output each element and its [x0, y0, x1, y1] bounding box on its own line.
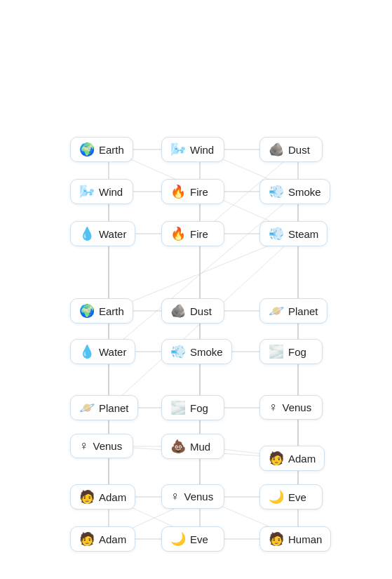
- node-wind-n2[interactable]: 🌬️Wind: [161, 137, 224, 162]
- node-planet-n16[interactable]: 🪐Planet: [70, 395, 138, 420]
- node-venus-n18[interactable]: ♀Venus: [259, 395, 323, 420]
- node-emoji: 💩: [170, 439, 186, 454]
- node-emoji: 💨: [269, 184, 284, 199]
- node-emoji: 🪐: [79, 400, 95, 415]
- node-label: Venus: [184, 491, 214, 503]
- node-label: Fog: [288, 346, 306, 358]
- node-fire-n8[interactable]: 🔥Fire: [161, 221, 224, 246]
- node-mud-n20[interactable]: 💩Mud: [161, 434, 224, 459]
- node-water-n7[interactable]: 💧Water: [70, 221, 135, 246]
- node-label: Eve: [288, 491, 306, 503]
- nodes-container: 🌍Earth🌬️Wind🪨Dust🌬️Wind🔥Fire💨Smoke💧Water…: [0, 0, 392, 579]
- node-venus-n23[interactable]: ♀Venus: [161, 484, 224, 509]
- node-label: Dust: [288, 144, 310, 156]
- node-label: Venus: [283, 401, 312, 413]
- node-label: Fire: [190, 228, 208, 240]
- node-label: Venus: [93, 440, 123, 452]
- node-label: Smoke: [288, 186, 321, 198]
- node-label: Planet: [288, 305, 318, 317]
- node-label: Earth: [99, 144, 124, 156]
- node-adam-n21[interactable]: 🧑Adam: [259, 446, 325, 471]
- node-emoji: 🔥: [170, 226, 186, 241]
- node-emoji: 🧑: [269, 531, 284, 547]
- node-eve-n24[interactable]: 🌙Eve: [259, 484, 323, 510]
- node-emoji: ♀: [79, 439, 89, 453]
- node-earth-n1[interactable]: 🌍Earth: [70, 137, 133, 162]
- node-emoji: 🪨: [269, 142, 284, 157]
- node-emoji: 🌙: [170, 531, 186, 547]
- node-emoji: 🌍: [79, 142, 95, 157]
- node-dust-n11[interactable]: 🪨Dust: [161, 298, 224, 324]
- node-label: Adam: [99, 533, 126, 545]
- node-emoji: 🧑: [269, 451, 284, 466]
- node-label: Fire: [190, 186, 208, 198]
- node-steam-n9[interactable]: 💨Steam: [259, 221, 327, 246]
- node-adam-n25[interactable]: 🧑Adam: [70, 526, 135, 552]
- node-label: Wind: [99, 186, 123, 198]
- node-label: Dust: [190, 305, 212, 317]
- node-emoji: 💧: [79, 344, 95, 359]
- node-emoji: 🌍: [79, 303, 95, 319]
- node-emoji: 🪐: [269, 303, 284, 319]
- node-smoke-n14[interactable]: 💨Smoke: [161, 339, 232, 364]
- node-emoji: 🌬️: [170, 142, 186, 157]
- node-emoji: 🔥: [170, 184, 186, 199]
- node-emoji: 🧑: [79, 489, 95, 505]
- node-emoji: 🪨: [170, 303, 186, 319]
- node-fog-n15[interactable]: 🌫️Fog: [259, 339, 323, 364]
- node-emoji: 🌬️: [79, 184, 95, 199]
- node-human-n27[interactable]: 🧑Human: [259, 526, 331, 552]
- node-emoji: 💧: [79, 226, 95, 241]
- node-label: Earth: [99, 305, 124, 317]
- node-water-n13[interactable]: 💧Water: [70, 339, 135, 364]
- node-earth-n10[interactable]: 🌍Earth: [70, 298, 133, 324]
- node-label: Steam: [288, 228, 318, 240]
- node-emoji: 🌙: [269, 489, 284, 505]
- node-emoji: 💨: [170, 344, 186, 359]
- node-planet-n12[interactable]: 🪐Planet: [259, 298, 327, 324]
- node-label: Eve: [190, 533, 208, 545]
- node-emoji: ♀: [170, 489, 180, 504]
- node-label: Adam: [288, 453, 316, 465]
- node-label: Wind: [190, 144, 214, 156]
- node-label: Water: [99, 228, 126, 240]
- node-dust-n3[interactable]: 🪨Dust: [259, 137, 323, 162]
- node-label: Water: [99, 346, 126, 358]
- node-emoji: 💨: [269, 226, 284, 241]
- node-smoke-n6[interactable]: 💨Smoke: [259, 179, 330, 204]
- node-emoji: 🧑: [79, 531, 95, 547]
- node-label: Adam: [99, 491, 126, 503]
- node-label: Smoke: [190, 346, 223, 358]
- node-fire-n5[interactable]: 🔥Fire: [161, 179, 224, 204]
- node-label: Mud: [190, 441, 210, 453]
- node-fog-n17[interactable]: 🌫️Fog: [161, 395, 224, 420]
- node-label: Planet: [99, 402, 129, 414]
- node-emoji: 🌫️: [269, 344, 284, 359]
- node-label: Fog: [190, 402, 208, 414]
- node-adam-n22[interactable]: 🧑Adam: [70, 484, 135, 510]
- node-emoji: ♀: [269, 400, 278, 415]
- node-venus-n19[interactable]: ♀Venus: [70, 434, 133, 458]
- node-eve-n26[interactable]: 🌙Eve: [161, 526, 224, 552]
- node-emoji: 🌫️: [170, 400, 186, 415]
- node-wind-n4[interactable]: 🌬️Wind: [70, 179, 133, 204]
- node-label: Human: [288, 533, 322, 545]
